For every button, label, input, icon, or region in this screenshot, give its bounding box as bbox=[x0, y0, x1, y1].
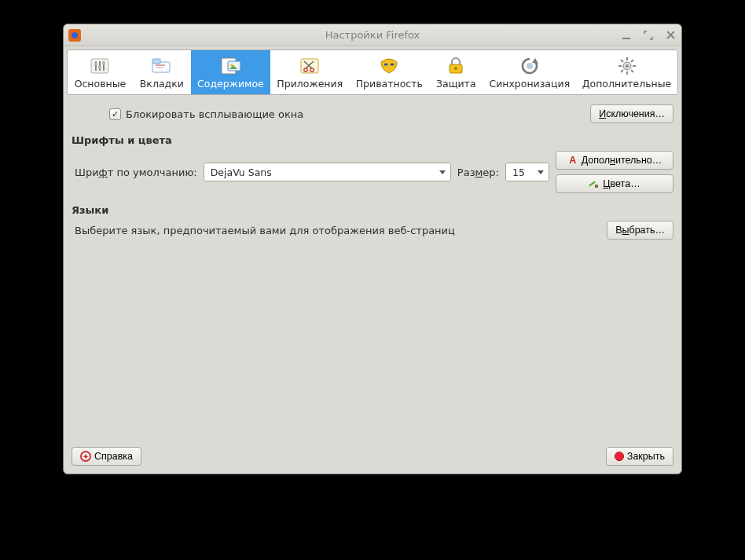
fonts-section-title: Шрифты и цвета bbox=[72, 134, 673, 146]
fonts-advanced-button[interactable]: A Дополнительно… bbox=[556, 151, 673, 170]
content-icon bbox=[219, 56, 241, 76]
tab-security-label: Защита bbox=[436, 78, 476, 90]
brush-icon bbox=[589, 178, 600, 189]
svg-marker-26 bbox=[532, 58, 538, 64]
svg-line-35 bbox=[631, 60, 633, 62]
close-icon bbox=[666, 31, 675, 39]
tab-advanced-label: Дополнительные bbox=[582, 78, 672, 90]
firefox-app-icon bbox=[68, 29, 81, 42]
titlebar[interactable]: Настройки Firefox bbox=[64, 24, 681, 46]
tab-security[interactable]: Защита bbox=[429, 50, 483, 94]
popup-row: ✓ Блокировать всплывающие окна Исключени… bbox=[72, 104, 673, 123]
minimize-button[interactable] bbox=[620, 29, 633, 42]
block-popups-checkbox[interactable]: ✓ bbox=[109, 108, 121, 120]
fonts-row: Шрифт по умолчанию: DejaVu Sans Размер: … bbox=[75, 151, 673, 193]
block-popups-label: Блокировать всплывающие окна bbox=[126, 108, 303, 120]
font-icon: A bbox=[567, 155, 578, 166]
tab-applications-label: Приложения bbox=[277, 78, 343, 90]
tab-content[interactable]: Содержимое bbox=[191, 50, 270, 94]
tabs-icon bbox=[151, 56, 173, 76]
svg-point-23 bbox=[391, 63, 395, 65]
svg-point-27 bbox=[527, 63, 533, 69]
tab-sync[interactable]: Синхронизация bbox=[483, 50, 577, 94]
sync-icon bbox=[519, 56, 541, 76]
tab-tabs[interactable]: Вкладки bbox=[133, 50, 191, 94]
tab-advanced[interactable]: Дополнительные bbox=[576, 50, 677, 94]
svg-point-22 bbox=[384, 63, 388, 65]
window-controls bbox=[620, 29, 677, 42]
close-label: Закрыть bbox=[627, 451, 665, 462]
languages-row: Выберите язык, предпочитаемый вами для о… bbox=[75, 221, 673, 240]
close-window-button[interactable] bbox=[664, 29, 677, 42]
content-pane: ✓ Блокировать всплывающие окна Исключени… bbox=[64, 95, 681, 474]
help-button[interactable]: ✦ Справка bbox=[72, 447, 141, 466]
scissors-icon bbox=[299, 56, 321, 76]
toolbar-container: Основные Вкладки Содержимое Приложения bbox=[64, 46, 681, 95]
close-button[interactable]: Закрыть bbox=[606, 447, 673, 466]
svg-line-33 bbox=[621, 60, 623, 62]
tab-general-label: Основные bbox=[75, 78, 127, 90]
svg-rect-11 bbox=[152, 59, 160, 64]
dialog-footer: ✦ Справка Закрыть bbox=[72, 439, 673, 466]
tab-sync-label: Синхронизация bbox=[489, 78, 570, 90]
default-font-label: Шрифт по умолчанию: bbox=[75, 167, 197, 178]
font-size-value: 15 bbox=[512, 167, 525, 178]
maximize-icon bbox=[644, 31, 653, 40]
colors-label: Цвета… bbox=[603, 178, 640, 189]
category-toolbar: Основные Вкладки Содержимое Приложения bbox=[67, 49, 678, 95]
choose-language-button[interactable]: Выбрать… bbox=[607, 221, 673, 240]
svg-rect-8 bbox=[98, 66, 101, 68]
tab-tabs-label: Вкладки bbox=[140, 78, 184, 90]
tab-applications[interactable]: Приложения bbox=[270, 50, 349, 94]
fonts-buttons-column: A Дополнительно… Цвета… bbox=[556, 151, 673, 193]
maximize-button[interactable] bbox=[642, 29, 655, 42]
tab-content-label: Содержимое bbox=[197, 78, 264, 90]
lock-icon bbox=[445, 56, 467, 76]
tab-privacy-label: Приватность bbox=[356, 78, 423, 90]
svg-rect-7 bbox=[94, 63, 97, 65]
svg-line-36 bbox=[621, 70, 623, 72]
font-size-label: Размер: bbox=[457, 167, 499, 178]
fonts-advanced-label: Дополнительно… bbox=[582, 155, 662, 166]
help-label: Справка bbox=[94, 451, 133, 462]
svg-point-37 bbox=[626, 64, 629, 68]
default-font-select[interactable]: DejaVu Sans bbox=[204, 163, 451, 181]
help-icon: ✦ bbox=[80, 451, 91, 462]
svg-line-34 bbox=[631, 70, 633, 72]
svg-point-25 bbox=[455, 67, 457, 69]
sliders-icon bbox=[89, 56, 111, 76]
window-title: Настройки Firefox bbox=[64, 29, 681, 41]
languages-description: Выберите язык, предпочитаемый вами для о… bbox=[75, 225, 455, 236]
minimize-icon bbox=[622, 31, 631, 40]
preferences-window: Настройки Firefox Основные bbox=[63, 24, 682, 474]
font-size-select[interactable]: 15 bbox=[505, 163, 549, 181]
default-font-value: DejaVu Sans bbox=[211, 167, 272, 178]
languages-section-title: Языки bbox=[72, 204, 673, 216]
choose-language-label: Выбрать… bbox=[615, 225, 665, 236]
tab-general[interactable]: Основные bbox=[68, 50, 133, 94]
colors-button[interactable]: Цвета… bbox=[556, 174, 673, 193]
close-dialog-icon bbox=[615, 452, 624, 461]
svg-rect-9 bbox=[102, 62, 105, 64]
mask-icon bbox=[378, 56, 400, 76]
exceptions-button[interactable]: Исключения… bbox=[590, 104, 673, 123]
tab-privacy[interactable]: Приватность bbox=[349, 50, 429, 94]
exceptions-label: Исключения… bbox=[599, 108, 665, 119]
gear-icon bbox=[616, 56, 638, 76]
